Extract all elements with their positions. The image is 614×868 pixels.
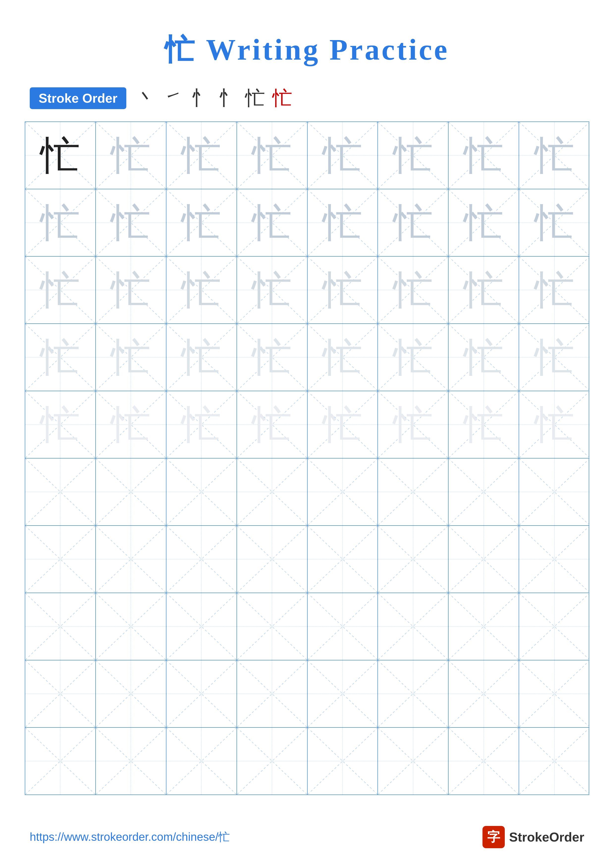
grid-cell-7-5[interactable] <box>308 526 378 593</box>
grid-cell-5-8[interactable]: 忙 <box>519 391 590 458</box>
grid-cell-8-7[interactable] <box>449 593 519 660</box>
grid-cell-4-3[interactable]: 忙 <box>166 324 237 391</box>
grid-cell-3-3[interactable]: 忙 <box>166 257 237 323</box>
grid-cell-7-1[interactable] <box>25 526 96 593</box>
grid-cell-5-2[interactable]: 忙 <box>96 391 166 458</box>
grid-cell-3-4[interactable]: 忙 <box>237 257 308 323</box>
grid-cell-6-5[interactable] <box>308 459 378 525</box>
grid-cell-8-3[interactable] <box>166 593 237 660</box>
grid-cell-10-7[interactable] <box>449 728 519 795</box>
grid-cell-2-4[interactable]: 忙 <box>237 189 308 256</box>
grid-cell-6-4[interactable] <box>237 459 308 525</box>
grid-cell-8-4[interactable] <box>237 593 308 660</box>
grid-cell-4-6[interactable]: 忙 <box>378 324 449 391</box>
grid-cell-2-8[interactable]: 忙 <box>519 189 590 256</box>
grid-cell-7-6[interactable] <box>378 526 449 593</box>
svg-line-154 <box>378 728 448 795</box>
grid-cell-5-1[interactable]: 忙 <box>25 391 96 458</box>
cell-char: 忙 <box>111 338 151 377</box>
svg-line-136 <box>308 660 378 727</box>
grid-cell-5-4[interactable]: 忙 <box>237 391 308 458</box>
grid-cell-6-1[interactable] <box>25 459 96 525</box>
grid-cell-4-8[interactable]: 忙 <box>519 324 590 391</box>
grid-cell-8-5[interactable] <box>308 593 378 660</box>
grid-cell-7-7[interactable] <box>449 526 519 593</box>
grid-cell-10-8[interactable] <box>519 728 590 795</box>
grid-cell-2-5[interactable]: 忙 <box>308 189 378 256</box>
grid-cell-8-1[interactable] <box>25 593 96 660</box>
grid-cell-6-7[interactable] <box>449 459 519 525</box>
grid-cell-6-3[interactable] <box>166 459 237 525</box>
grid-cell-8-8[interactable] <box>519 593 590 660</box>
grid-cell-4-4[interactable]: 忙 <box>237 324 308 391</box>
grid-cell-4-7[interactable]: 忙 <box>449 324 519 391</box>
grid-cell-10-3[interactable] <box>166 728 237 795</box>
grid-cell-9-1[interactable] <box>25 660 96 727</box>
grid-cell-9-6[interactable] <box>378 660 449 727</box>
grid-cell-10-6[interactable] <box>378 728 449 795</box>
cell-char: 忙 <box>393 405 433 444</box>
grid-cell-2-1[interactable]: 忙 <box>25 189 96 256</box>
grid-cell-9-2[interactable] <box>96 660 166 727</box>
grid-cell-1-8[interactable]: 忙 <box>519 122 590 189</box>
grid-cell-9-3[interactable] <box>166 660 237 727</box>
grid-cell-4-5[interactable]: 忙 <box>308 324 378 391</box>
grid-cell-4-1[interactable]: 忙 <box>25 324 96 391</box>
cell-char: 忙 <box>40 203 80 242</box>
grid-cell-5-6[interactable]: 忙 <box>378 391 449 458</box>
grid-cell-5-7[interactable]: 忙 <box>449 391 519 458</box>
grid-cell-1-1[interactable]: 忙 <box>25 122 96 189</box>
grid-cell-8-6[interactable] <box>378 593 449 660</box>
svg-line-133 <box>166 660 236 727</box>
grid-cell-7-2[interactable] <box>96 526 166 593</box>
grid-cell-10-5[interactable] <box>308 728 378 795</box>
svg-line-146 <box>96 728 166 795</box>
grid-cell-10-2[interactable] <box>96 728 166 795</box>
grid-cell-9-5[interactable] <box>308 660 378 727</box>
svg-line-102 <box>237 526 307 593</box>
svg-line-90 <box>378 459 448 525</box>
grid-cell-1-5[interactable]: 忙 <box>308 122 378 189</box>
grid-cell-9-4[interactable] <box>237 660 308 727</box>
grid-cell-7-3[interactable] <box>166 526 237 593</box>
stroke-order-badge: Stroke Order <box>30 87 126 109</box>
grid-cell-4-2[interactable]: 忙 <box>96 324 166 391</box>
grid-cell-2-7[interactable]: 忙 <box>449 189 519 256</box>
svg-line-106 <box>378 526 448 593</box>
svg-line-86 <box>237 459 307 525</box>
grid-cell-6-6[interactable] <box>378 459 449 525</box>
stroke-5: 忙 <box>245 85 265 112</box>
grid-cell-7-8[interactable] <box>519 526 590 593</box>
grid-cell-1-6[interactable]: 忙 <box>378 122 449 189</box>
grid-cell-2-2[interactable]: 忙 <box>96 189 166 256</box>
grid-cell-5-5[interactable]: 忙 <box>308 391 378 458</box>
grid-cell-1-3[interactable]: 忙 <box>166 122 237 189</box>
grid-cell-1-7[interactable]: 忙 <box>449 122 519 189</box>
cell-char: 忙 <box>464 405 504 444</box>
stroke-1: 丶 <box>136 85 156 112</box>
grid-cell-3-7[interactable]: 忙 <box>449 257 519 323</box>
grid-cell-2-3[interactable]: 忙 <box>166 189 237 256</box>
grid-cell-10-1[interactable] <box>25 728 96 795</box>
grid-cell-3-5[interactable]: 忙 <box>308 257 378 323</box>
grid-cell-6-2[interactable] <box>96 459 166 525</box>
grid-cell-3-1[interactable]: 忙 <box>25 257 96 323</box>
grid-cell-1-2[interactable]: 忙 <box>96 122 166 189</box>
grid-cell-3-2[interactable]: 忙 <box>96 257 166 323</box>
svg-line-129 <box>25 660 95 727</box>
grid-cell-6-8[interactable] <box>519 459 590 525</box>
grid-cell-8-2[interactable] <box>96 593 166 660</box>
grid-cell-3-6[interactable]: 忙 <box>378 257 449 323</box>
cell-char: 忙 <box>252 338 292 377</box>
grid-cell-5-3[interactable]: 忙 <box>166 391 237 458</box>
grid-cell-10-4[interactable] <box>237 728 308 795</box>
footer-url[interactable]: https://www.strokeorder.com/chinese/忙 <box>30 829 230 845</box>
grid-cell-7-4[interactable] <box>237 526 308 593</box>
grid-row-9 <box>25 660 589 728</box>
grid-cell-3-8[interactable]: 忙 <box>519 257 590 323</box>
grid-cell-9-8[interactable] <box>519 660 590 727</box>
grid-cell-2-6[interactable]: 忙 <box>378 189 449 256</box>
grid-cell-1-4[interactable]: 忙 <box>237 122 308 189</box>
grid-cell-9-7[interactable] <box>449 660 519 727</box>
svg-line-135 <box>237 660 307 727</box>
